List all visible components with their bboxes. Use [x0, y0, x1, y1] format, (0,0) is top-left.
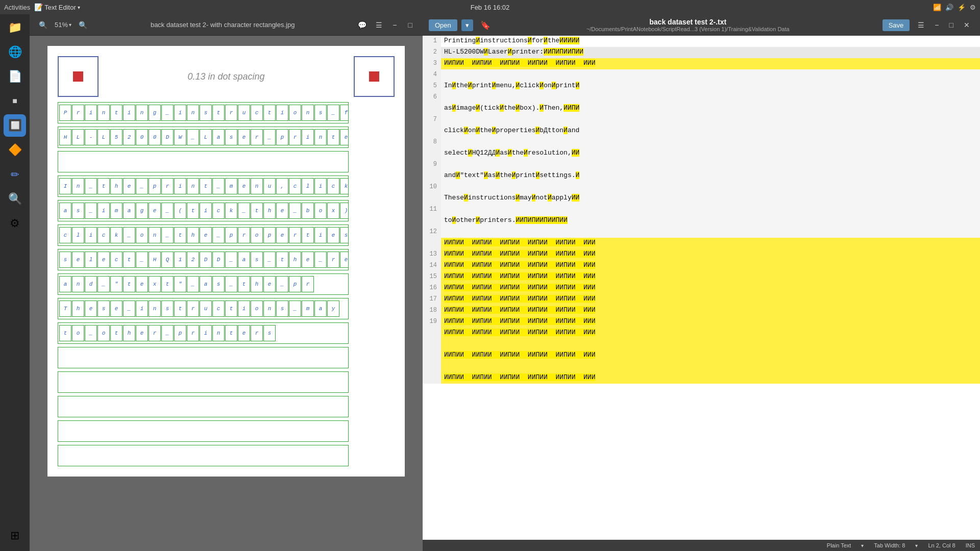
char-box: L — [97, 129, 110, 145]
status-arrow: ▾ — [861, 543, 864, 548]
network-icon: 📶 — [933, 4, 941, 11]
annotation-button[interactable]: 💬 — [355, 20, 370, 30]
char-box: L — [72, 129, 84, 145]
editor-line-25: 18 ИИПИИ ИИПИИ ИИПИИ ИИПИИ ИИПИИ ИИИ — [423, 305, 980, 316]
editor-line-28 — [423, 339, 980, 350]
editor-line-22: 15 ИИПИИ ИИПИИ ИИПИИ ИИПИИ ИИПИИ ИИИ — [423, 271, 980, 283]
line-number: 4 — [423, 69, 441, 81]
char-box: i — [85, 105, 97, 121]
char-box: a — [212, 129, 225, 145]
char-box: _ — [327, 105, 339, 121]
char-box: n — [72, 178, 84, 194]
save-button[interactable]: Save — [883, 19, 910, 31]
corner-box-left — [58, 56, 99, 97]
activities-label[interactable]: Activities — [4, 4, 30, 11]
char-box: m — [225, 178, 237, 194]
zoom-in-button[interactable]: 🔍 — [76, 20, 90, 30]
char-box: n — [212, 325, 225, 341]
line-number: 16 — [423, 283, 441, 294]
plain-text-status[interactable]: Plain Text — [827, 542, 851, 548]
minimize-button[interactable]: − — [930, 20, 943, 30]
list-item: t o _ o t h e r _ p r i n t e — [58, 322, 349, 344]
image-content[interactable]: 0.13 in dot spacing P r i n t i — [30, 36, 423, 551]
char-box: t — [59, 325, 71, 341]
char-box: 2 — [187, 252, 199, 268]
editor-win-btns: ☰ − □ ✕ — [914, 20, 974, 30]
sidebar-item-settings[interactable]: ⚙ — [4, 212, 26, 235]
char-box: _ — [263, 129, 276, 145]
sidebar-item-terminal[interactable]: ■ — [4, 90, 26, 112]
ins-status: INS — [966, 542, 975, 548]
char-box: n — [149, 227, 161, 243]
char-box: t — [123, 252, 135, 268]
char-box: m — [110, 203, 122, 219]
editor-line-19: ИИПИИ ИИПИИ ИИПИИ ИИПИИ ИИПИИ ИИИ — [423, 238, 980, 249]
dot-spacing-text: 0.13 in dot spacing — [187, 71, 264, 82]
image-maximize-button[interactable]: □ — [404, 20, 416, 30]
char-box: p — [289, 276, 301, 292]
editor-line-5: 5 InИtheИprintИmenu,ИclickИonИprintИ — [423, 81, 980, 92]
char-box: m — [302, 300, 314, 317]
line-number — [423, 215, 441, 227]
char-box: g — [136, 203, 148, 219]
line-number — [423, 372, 441, 384]
maximize-button[interactable]: □ — [945, 20, 958, 30]
status-arrow2: ▾ — [915, 543, 918, 548]
char-box: 0 — [149, 129, 161, 145]
sidebar-item-editor[interactable]: ✏ — [4, 163, 26, 186]
zoom-control[interactable]: 51% ▾ — [55, 21, 71, 29]
char-box: i — [314, 178, 327, 194]
open-arrow-button[interactable]: ▾ — [461, 19, 473, 31]
char-box: _ — [97, 276, 110, 292]
char-box: n — [97, 105, 110, 121]
char-box: i — [85, 227, 97, 243]
char-box: L — [200, 129, 212, 145]
char-box: t — [225, 300, 237, 317]
sidebar-item-search[interactable]: 🔍 — [4, 188, 26, 210]
view-menu-button[interactable]: ☰ — [373, 20, 385, 30]
sidebar-item-browser[interactable]: 🌐 — [4, 41, 26, 63]
app-name-text: Text Editor — [44, 4, 76, 11]
editor-line-3: 3 ИИПИИ ИИПИИ ИИПИИ ИИПИИ ИИПИИ ИИИ — [423, 58, 980, 69]
app-name-button[interactable]: 📝 Text Editor ▾ — [34, 3, 80, 11]
line-number — [423, 350, 441, 361]
editor-line-21: 14 ИИПИИ ИИПИИ ИИПИИ ИИПИИ ИИПИИ ИИИ — [423, 260, 980, 271]
settings-icon[interactable]: ⚙ — [970, 4, 976, 11]
char-box: i — [314, 227, 327, 243]
char-box: H — [149, 252, 161, 268]
bookmarks-button[interactable]: 🔖 — [477, 19, 494, 31]
char-box: t — [123, 276, 135, 292]
open-button[interactable]: Open — [429, 19, 457, 31]
char-box: s — [97, 300, 110, 317]
char-box: _ — [187, 129, 199, 145]
list-item: P r i n t i n g _ i n s t r u — [58, 102, 349, 123]
tab-width-status[interactable]: Tab Width: 8 — [874, 542, 905, 548]
image-minimize-button[interactable]: − — [388, 20, 401, 30]
menu-button[interactable]: ☰ — [914, 20, 928, 30]
char-box: t — [187, 203, 199, 219]
line-text: toИotherИprinters.ИИПИПИИПИИПИИ — [441, 215, 980, 227]
char-box: t — [110, 105, 122, 121]
editor-content[interactable]: 1 PrintingИinstructionsИforИtheИИИИИ 2 H… — [423, 36, 980, 540]
char-box: _ — [212, 178, 225, 194]
line-text — [441, 227, 980, 238]
char-box: e — [72, 252, 84, 268]
zoom-out-button[interactable]: 🔍 — [36, 20, 51, 30]
sidebar-item-grid[interactable]: ⊞ — [4, 524, 26, 547]
char-box: o — [251, 227, 263, 243]
sidebar-item-doc[interactable]: 📄 — [4, 65, 26, 88]
char-box: s — [59, 252, 71, 268]
image-pane: 🔍 51% ▾ 🔍 back dataset test 2- with char… — [30, 14, 423, 551]
editor-line-18: 12 — [423, 227, 980, 238]
char-box: r — [289, 227, 301, 243]
close-button[interactable]: ✕ — [960, 20, 974, 30]
char-box: _ — [289, 300, 301, 317]
char-box: c — [212, 300, 225, 317]
sidebar-item-vlc[interactable]: 🔶 — [4, 139, 26, 161]
char-box: k — [110, 227, 122, 243]
line-number: 18 — [423, 305, 441, 316]
sidebar-item-selection[interactable]: 🔲 — [4, 114, 26, 137]
sidebar-item-files[interactable]: 📁 — [4, 16, 26, 39]
char-box: i — [174, 178, 186, 194]
char-box: _ — [85, 325, 97, 341]
